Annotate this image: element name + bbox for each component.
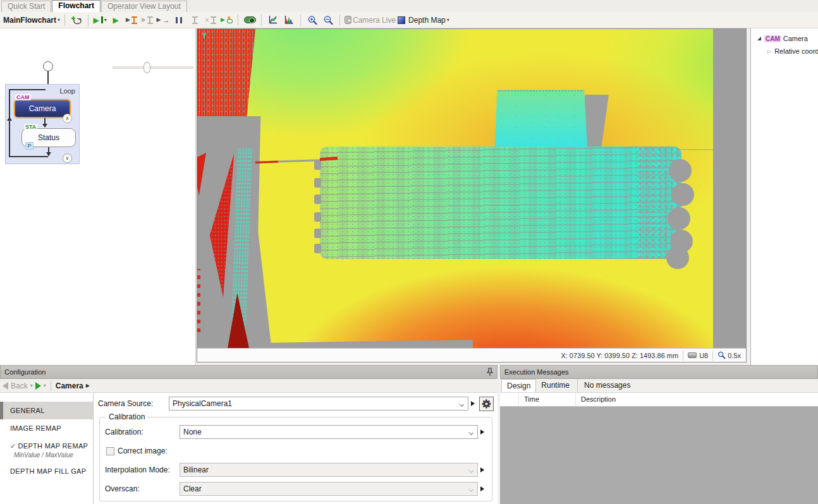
step-depth-map-fill-gap[interactable]: DEPTH MAP FILL GAP [0, 462, 93, 480]
run-button[interactable]: ▶ [109, 13, 123, 27]
chevron-down-icon[interactable]: ▾ [30, 383, 33, 388]
breakpoint-spool-icon [211, 16, 216, 24]
add-loop-button[interactable] [70, 13, 83, 27]
pixel-format-icon [688, 352, 697, 358]
calibration-group: Calibration Calibration: None Correct im… [99, 417, 492, 501]
back-icon[interactable] [3, 382, 8, 390]
breadcrumb[interactable]: Camera [56, 381, 83, 390]
overscan-combobox[interactable]: Clear [180, 482, 478, 496]
flowchart-selector-label: MainFlowchart [3, 16, 56, 25]
tree-collapsed-icon[interactable]: ▷ [767, 49, 771, 54]
camera-tag: CAM [764, 35, 781, 42]
tab-design[interactable]: Design [501, 379, 536, 392]
configuration-form: Camera Source: PhysicalCamera1 Calibrati… [94, 393, 498, 504]
calibration-expression-button[interactable] [478, 425, 487, 439]
breakpoint-spool-icon [147, 16, 153, 24]
flowchart-node-camera[interactable]: Camera [14, 99, 71, 118]
tab-runtime[interactable]: Runtime [536, 379, 575, 392]
breadcrumb-arrow-icon[interactable]: ▶ [86, 383, 90, 388]
correct-image-checkbox[interactable] [106, 447, 114, 455]
breakpoint-clear-button[interactable]: × [204, 13, 217, 27]
run-to-cursor-button[interactable]: ▶ ▾ [93, 13, 107, 27]
overscan-expression-button[interactable] [478, 482, 487, 496]
pause-button[interactable] [172, 13, 186, 27]
histogram-button[interactable] [282, 13, 296, 27]
interpolation-mode-value: Bilinear [183, 465, 209, 474]
slider-thumb[interactable] [143, 62, 150, 73]
tab-operator-view-layout[interactable]: Operator View Layout [101, 1, 187, 12]
depth-occlusion-right [713, 29, 746, 348]
camera-source-combobox[interactable]: PhysicalCamera1 [169, 397, 468, 411]
collapse-up-chip[interactable]: ∧ [63, 114, 72, 123]
interpolation-mode-combobox[interactable]: Bilinear [180, 463, 478, 477]
step-depth-map-remap[interactable]: ✓DEPTH MAP REMAP [0, 437, 93, 452]
play-icon: ▶ [221, 17, 225, 23]
expression-arrow-icon [471, 401, 475, 406]
tab-flowchart[interactable]: Flowchart [52, 0, 101, 12]
column-time[interactable]: Time [519, 393, 576, 406]
step-image-remap[interactable]: IMAGE REMAP [0, 419, 93, 437]
image-viewer-panel: Y X: 0739.50 Y: 0399.50 Z: 1493.86 mm U8… [197, 28, 747, 363]
pallet-scallop [669, 159, 692, 182]
expand-down-chip[interactable]: ∨ [63, 153, 72, 163]
pin-icon[interactable] [487, 368, 493, 376]
zoom-out-button[interactable] [321, 13, 335, 27]
chevron-down-icon [459, 402, 464, 407]
column-description[interactable]: Description [576, 393, 818, 406]
depth-red-streaks [197, 269, 200, 332]
depth-map-label: Depth Map [408, 16, 446, 25]
start-node[interactable] [43, 61, 53, 71]
flowchart-zoom-slider[interactable] [113, 66, 193, 69]
play-icon: ▶ [157, 17, 161, 23]
camera-settings-button[interactable] [479, 397, 494, 411]
chevron-down-icon: ∨ [66, 155, 70, 161]
depth-occlusion-bottom [252, 340, 473, 348]
camera-source-label: Camera Source: [98, 399, 169, 408]
run-operator-button[interactable]: ▶ [219, 13, 233, 27]
flowchart-selector-dropdown[interactable]: MainFlowchart ▾ [3, 13, 60, 27]
back-label[interactable]: Back [11, 381, 28, 390]
step-general[interactable]: GENERAL [0, 402, 93, 419]
tree-expanded-icon[interactable] [757, 37, 761, 40]
step-over-button[interactable]: ▶→ [156, 13, 170, 27]
play-icon: ▶ [126, 17, 130, 23]
step-breakpoint-button[interactable]: ▶ [125, 13, 138, 27]
interpolation-expression-button[interactable] [478, 463, 487, 477]
interpolation-mode-label: Interpolation Mode: [105, 465, 180, 474]
overscan-value: Clear [183, 484, 202, 493]
chevron-down-icon: ▾ [447, 17, 449, 23]
add-loop-icon [71, 16, 82, 25]
step-breakpoint-disabled-button[interactable]: ▶ [140, 13, 154, 27]
pixel-format-label: U8 [699, 352, 708, 359]
zoom-out-icon [323, 15, 334, 25]
configuration-header: Configuration [0, 365, 498, 379]
chevron-up-icon: ∧ [66, 116, 70, 121]
operator-person-icon [226, 16, 232, 24]
live-toggle-button[interactable] [243, 13, 257, 27]
execution-messages-title: Execution Messages [504, 368, 814, 376]
depth-map-dropdown[interactable]: Depth Map ▾ [398, 13, 449, 27]
camera-live-button[interactable]: Camera Live [345, 13, 396, 27]
status-node-label: Status [38, 133, 59, 142]
camera-icon [345, 16, 351, 24]
forward-icon[interactable] [35, 382, 41, 390]
chevron-down-icon[interactable]: ▾ [44, 383, 46, 388]
tab-quick-start[interactable]: Quick Start [1, 1, 51, 12]
profile-chart-button[interactable] [266, 13, 280, 27]
calibration-combobox[interactable]: None [180, 425, 478, 439]
tree-item-camera[interactable]: CAM Camera [751, 32, 818, 45]
step-tree-panel: CAM Camera ▷ Relative coord [750, 28, 818, 365]
statusbar-separator [683, 351, 683, 361]
zoom-in-button[interactable] [305, 13, 319, 27]
tree-item-relative-coord[interactable]: ▷ Relative coord [751, 45, 818, 57]
depth-map-viewport[interactable]: Y [197, 29, 746, 348]
pallet-tab [314, 195, 321, 204]
camera-source-expression-button[interactable] [468, 397, 477, 411]
flowchart-canvas[interactable]: Loop Camera CAM ∧ Status STA P ∨ [0, 28, 196, 365]
pallet-tab [314, 160, 321, 170]
arrowhead-icon [42, 124, 47, 128]
chevron-down-icon [468, 430, 473, 435]
configuration-title: Configuration [4, 368, 487, 376]
breakpoint-toggle-button[interactable] [188, 13, 202, 27]
messages-list[interactable] [500, 407, 818, 504]
